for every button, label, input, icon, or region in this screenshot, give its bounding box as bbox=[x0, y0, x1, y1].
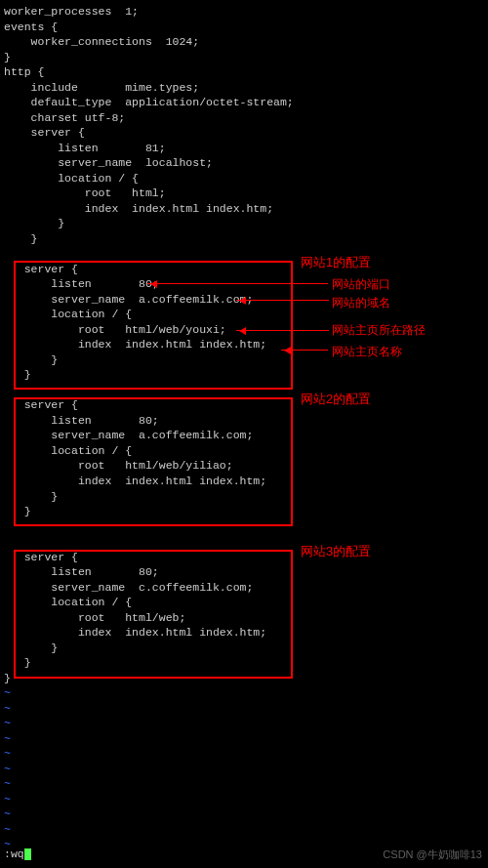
watermark-text: CSDN @牛奶咖啡13 bbox=[383, 847, 482, 862]
arrow-icon bbox=[281, 350, 328, 351]
annotation-site3-title: 网站3的配置 bbox=[301, 543, 371, 560]
annotation-site1-title: 网站1的配置 bbox=[301, 254, 371, 271]
arrow-icon bbox=[147, 283, 328, 284]
cursor-icon bbox=[24, 848, 31, 860]
annotation-site1-root: 网站主页所在路径 bbox=[332, 322, 426, 338]
annotation-site2-title: 网站2的配置 bbox=[301, 391, 371, 408]
annotation-site1-port: 网站的端口 bbox=[332, 276, 390, 292]
highlight-box-site3 bbox=[14, 550, 293, 679]
highlight-box-site2 bbox=[14, 397, 293, 526]
vim-status-line: :wq bbox=[4, 847, 31, 862]
arrow-icon bbox=[236, 300, 329, 301]
vim-command: :wq bbox=[4, 847, 24, 860]
annotation-site1-index: 网站主页名称 bbox=[332, 344, 402, 359]
arrow-icon bbox=[236, 330, 329, 331]
annotation-site1-domain: 网站的域名 bbox=[332, 295, 390, 310]
